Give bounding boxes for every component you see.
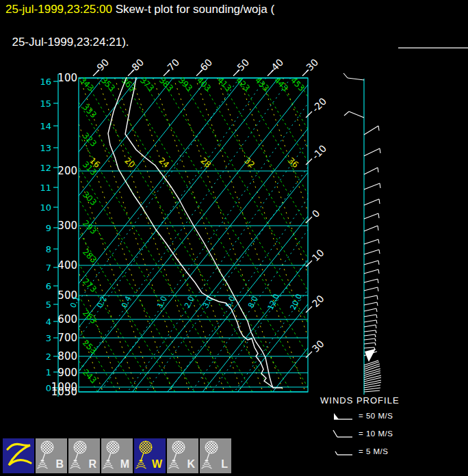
svg-text:10: 10: [310, 247, 326, 263]
toolbar-button-r[interactable]: R: [68, 438, 100, 473]
isobars: [79, 78, 308, 392]
svg-text:15: 15: [40, 98, 51, 109]
winds-legend: WINDS PROFILE = 50 M/S = 10 M/S = 5 M/S: [320, 395, 400, 459]
toolbar-button-k[interactable]: K: [167, 438, 198, 473]
svg-text:-70: -70: [163, 57, 181, 75]
toolbar-button-z[interactable]: [3, 438, 34, 473]
svg-text:20: 20: [122, 156, 137, 170]
button-letter: L: [221, 458, 228, 471]
svg-text:900: 900: [57, 367, 77, 379]
toolbar-button-m[interactable]: M: [101, 438, 133, 473]
legend-item-50ms: = 50 M/S: [331, 408, 400, 423]
legend-item-5ms: = 5 M/S: [331, 443, 400, 459]
grid-dashed: [0, 78, 468, 392]
svg-text:36: 36: [286, 156, 300, 170]
winds-profile: [343, 73, 381, 395]
svg-text:24: 24: [157, 156, 171, 170]
z-logo-icon: [4, 440, 33, 471]
toolbar-button-l[interactable]: L: [200, 438, 231, 473]
wind-barb-10-icon: [331, 429, 354, 438]
svg-text:200: 200: [57, 165, 77, 177]
svg-text:8: 8: [46, 244, 51, 254]
svg-text:-30: -30: [302, 57, 320, 75]
svg-text:-40: -40: [267, 57, 285, 75]
svg-text:1: 1: [46, 367, 51, 378]
svg-text:800: 800: [57, 350, 77, 362]
toolbar-button-b[interactable]: B: [36, 438, 67, 473]
svg-text:10: 10: [40, 202, 51, 213]
svg-text:-50: -50: [233, 57, 251, 75]
svg-text:4: 4: [46, 317, 51, 327]
sounding-traces: [108, 77, 283, 388]
svg-text:303: 303: [81, 189, 99, 207]
svg-text:600: 600: [57, 313, 77, 326]
toolbar-button-w[interactable]: W: [134, 438, 166, 473]
svg-text:333: 333: [81, 102, 99, 120]
winds-profile-label: WINDS PROFILE: [320, 395, 400, 406]
svg-text:32: 32: [242, 156, 257, 170]
svg-text:300: 300: [57, 220, 77, 232]
wind-flag-50-icon: [331, 411, 354, 421]
svg-text:-80: -80: [127, 57, 146, 75]
svg-text:2: 2: [46, 352, 51, 362]
button-letter: R: [88, 458, 96, 471]
wind-flag: [365, 349, 376, 362]
svg-text:1.0: 1.0: [155, 295, 168, 309]
svg-text:0: 0: [310, 207, 322, 220]
wind-barb-5-icon: [331, 447, 354, 456]
svg-text:8.0: 8.0: [246, 295, 259, 309]
svg-text:-90: -90: [92, 57, 111, 75]
app-window: 25-jul-1999,23:25:00 Skew-t plot for sou…: [0, 0, 468, 476]
svg-text:400: 400: [57, 259, 77, 272]
svg-text:3: 3: [46, 333, 51, 343]
svg-text:100: 100: [57, 72, 77, 84]
svg-text:-10: -10: [310, 143, 328, 161]
svg-text:0: 0: [46, 383, 51, 393]
legend-label: = 10 M/S: [359, 429, 393, 438]
svg-text:2.0: 2.0: [183, 295, 196, 309]
temperature-trace: [125, 77, 283, 388]
svg-text:5: 5: [46, 300, 51, 310]
svg-text:12: 12: [40, 163, 51, 173]
svg-text:253: 253: [81, 338, 99, 356]
svg-text:9: 9: [46, 223, 51, 233]
svg-text:14: 14: [40, 121, 51, 131]
button-letter: W: [152, 458, 162, 471]
svg-text:6: 6: [46, 281, 51, 291]
legend-label: = 50 M/S: [359, 412, 393, 420]
toolbar: B R M W K L: [3, 438, 231, 473]
legend-item-10ms: = 10 M/S: [331, 425, 400, 441]
svg-text:0.2: 0.2: [95, 295, 108, 309]
svg-text:28: 28: [198, 156, 213, 170]
axes: 1615141312111098765432101002003004005006…: [40, 72, 77, 398]
svg-text:243: 243: [81, 367, 99, 385]
svg-text:30: 30: [310, 338, 326, 354]
svg-text:13: 13: [40, 143, 51, 153]
button-letter: M: [120, 458, 129, 471]
button-letter: K: [187, 458, 195, 471]
legend-label: = 5 M/S: [359, 447, 388, 455]
button-letter: B: [55, 458, 64, 471]
svg-text:-20: -20: [310, 96, 328, 114]
svg-text:0.4: 0.4: [120, 295, 133, 309]
svg-text:1050: 1050: [51, 386, 77, 398]
svg-text:7: 7: [46, 263, 51, 273]
svg-text:-60: -60: [196, 57, 214, 75]
svg-text:20: 20: [310, 293, 326, 309]
svg-text:700: 700: [57, 332, 77, 344]
svg-text:16: 16: [40, 77, 51, 87]
svg-text:263: 263: [81, 308, 99, 326]
svg-text:11: 11: [40, 183, 51, 193]
